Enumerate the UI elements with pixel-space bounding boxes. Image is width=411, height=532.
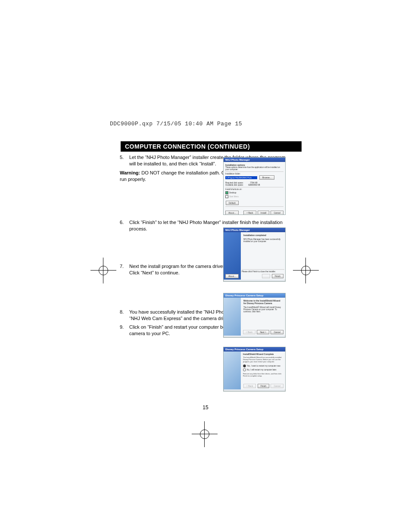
heading: Welcome to the InstallShield Wizard for …	[243, 299, 280, 305]
sidebar-graphic	[224, 352, 241, 389]
step-number: 6.	[120, 219, 129, 232]
finish-button[interactable]: Finish	[258, 384, 269, 388]
restart-later-radio[interactable]: No, I will restart my computer later.	[243, 368, 284, 371]
startmenu-checkbox[interactable]: Start Menu	[225, 195, 283, 198]
next-button[interactable]: Next >	[257, 330, 269, 334]
sidebar-graphic	[224, 298, 241, 336]
manual-page: DDC9000P.qxp 7/15/05 10:40 AM Page 15 CO…	[0, 0, 411, 532]
finish-button[interactable]: Finish	[272, 274, 283, 278]
sidebar-graphic	[224, 232, 241, 280]
folder-field[interactable]: C:\Program Files\NHJ\NHJ Photo	[225, 176, 257, 179]
avail-label: Available disk space:	[225, 184, 243, 186]
back-button-disabled	[262, 274, 271, 278]
about-button[interactable]: About...	[225, 274, 239, 278]
cancel-button[interactable]: Cancel	[271, 211, 283, 215]
window-title: Disney Princess Camera Setup	[224, 347, 285, 352]
warning-label: Warning:	[120, 170, 140, 175]
cancel-button: Cancel	[271, 384, 283, 388]
registration-mark-icon	[196, 426, 213, 443]
back-button: < Back	[243, 330, 255, 334]
subtext: These options determine how the applicat…	[225, 166, 283, 171]
page-number: 15	[0, 404, 411, 411]
qxp-header: DDC9000P.qxp 7/15/05 10:40 AM Page 15	[110, 121, 242, 127]
registration-mark-icon	[297, 262, 314, 279]
step-number: 8.	[120, 309, 129, 322]
step-number: 7.	[120, 263, 129, 276]
heading: Installation completed	[243, 234, 266, 236]
installer-screenshot-1: NHJ Photo Manager Installation options T…	[223, 157, 286, 215]
registration-mark-icon	[95, 262, 112, 279]
window-title: NHJ Photo Manager	[224, 158, 285, 162]
heading: InstallShield Wizard Complete	[243, 353, 274, 355]
desktop-checkbox[interactable]: Desktop	[225, 191, 283, 194]
back-button[interactable]: < Back	[243, 211, 256, 215]
shortcuts-label: Install shortcuts on:	[225, 188, 283, 190]
about-button[interactable]: About...	[225, 211, 239, 215]
avail-val: 63800096 KB	[248, 184, 260, 186]
back-button: < Back	[243, 384, 256, 388]
hint-text: Remove any disks from their drives, and …	[243, 373, 284, 377]
window-title: NHJ Photo Manager	[224, 228, 285, 232]
window-title: Disney Princess Camera Setup	[224, 293, 285, 298]
section-title: COMPUTER CONNECTION (CONTINUED)	[121, 141, 302, 152]
hint-text: Please click Finish to close the install…	[242, 269, 284, 273]
step-number: 9.	[120, 324, 129, 337]
body-text: The InstallShield® Wizard will install D…	[243, 306, 283, 313]
body-text: NHJ Photo Manager has been successfully …	[243, 238, 283, 243]
installer-screenshot-4: Disney Princess Camera Setup InstallShie…	[223, 347, 286, 392]
default-button[interactable]: Default	[226, 201, 239, 205]
installer-screenshot-2: NHJ Photo Manager Installation completed…	[223, 227, 286, 282]
body-text: The InstallShield Wizard has successfull…	[243, 356, 284, 363]
restart-now-radio[interactable]: Yes, I want to restart my computer now.	[243, 364, 284, 367]
cancel-button[interactable]: Cancel	[271, 330, 283, 334]
step-number: 5.	[120, 154, 129, 167]
browse-button[interactable]: Browse...	[259, 175, 274, 180]
install-button[interactable]: Install	[258, 211, 269, 215]
installer-screenshot-3: Disney Princess Camera Setup Welcome to …	[223, 293, 286, 338]
